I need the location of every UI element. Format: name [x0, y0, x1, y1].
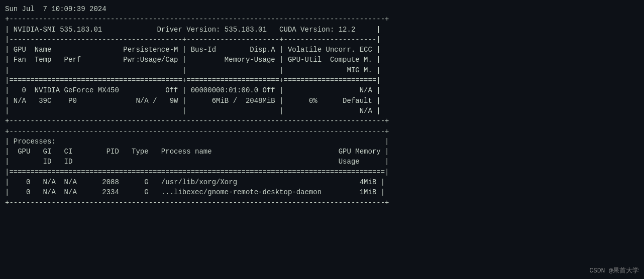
terminal-line: | GPU GI CI PID Type Process name GPU Me…	[5, 147, 639, 157]
terminal-line: |=======================================…	[5, 75, 639, 85]
terminal-line: | ID ID Usage |	[5, 157, 639, 167]
terminal-line: Sun Jul 7 10:09:39 2024	[5, 4, 639, 14]
terminal-output: Sun Jul 7 10:09:39 2024+----------------…	[5, 4, 639, 208]
terminal-line: +---------------------------------------…	[5, 14, 639, 24]
terminal-line: +---------------------------------------…	[5, 198, 639, 208]
terminal-line: | N/A 39C P0 N/A / 9W | 6MiB / 2048MiB |…	[5, 96, 639, 106]
terminal-line: |=======================================…	[5, 167, 639, 177]
terminal-line: |---------------------------------------…	[5, 35, 639, 45]
terminal-line: | | | N/A |	[5, 106, 639, 116]
watermark: CSDN @果首大学	[589, 266, 639, 275]
terminal-line: | Fan Temp Perf Pwr:Usage/Cap | Memory-U…	[5, 55, 639, 65]
terminal-line: +---------------------------------------…	[5, 116, 639, 126]
terminal-line: | GPU Name Persistence-M | Bus-Id Disp.A…	[5, 45, 639, 55]
terminal-line: | 0 N/A N/A 2088 G /usr/lib/xorg/Xorg 4M…	[5, 177, 639, 187]
terminal-line: | 0 NVIDIA GeForce MX450 Off | 00000000:…	[5, 85, 639, 95]
terminal-line: +---------------------------------------…	[5, 126, 639, 136]
terminal-line: | | | MIG M. |	[5, 65, 639, 75]
terminal-line: | 0 N/A N/A 2334 G ...libexec/gnome-remo…	[5, 187, 639, 197]
terminal-line: | Processes: |	[5, 136, 639, 147]
terminal-line: | NVIDIA-SMI 535.183.01 Driver Version: …	[5, 25, 639, 35]
